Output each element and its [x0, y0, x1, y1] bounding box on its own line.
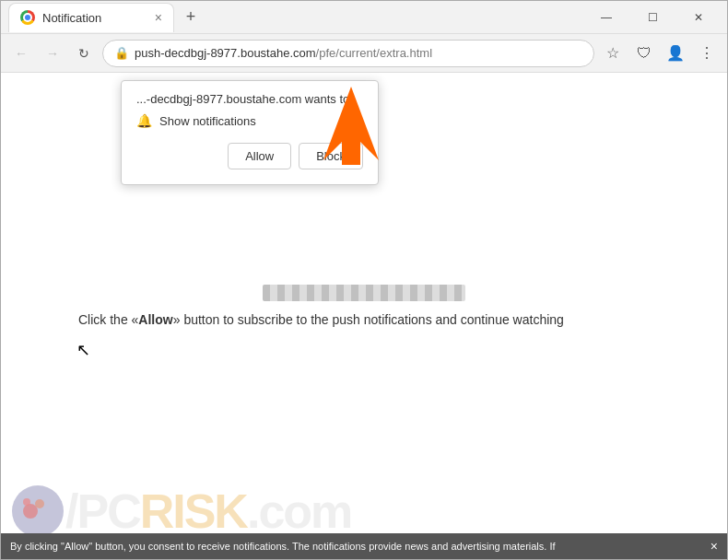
svg-marker-1	[323, 87, 379, 165]
title-bar: Notification × + — ☐ ✕	[1, 1, 727, 34]
lock-icon: 🔒	[114, 46, 129, 60]
tab-title: Notification	[42, 11, 101, 25]
maximize-button[interactable]: ☐	[631, 4, 674, 31]
bottom-bar-text: By clicking "Allow" button, you consent …	[10, 541, 556, 552]
tab-close-btn[interactable]: ×	[155, 10, 162, 25]
logo-pc-text: /PC	[65, 484, 140, 539]
active-tab[interactable]: Notification ×	[8, 3, 174, 32]
loading-bar	[263, 285, 465, 301]
menu-icon[interactable]: ⋮	[694, 41, 720, 66]
tab-favicon	[20, 10, 35, 25]
bottom-close-btn[interactable]: ×	[710, 539, 718, 554]
allow-button[interactable]: Allow	[228, 143, 291, 169]
notification-label: Show notifications	[159, 114, 256, 128]
bookmark-icon[interactable]: ☆	[600, 41, 626, 66]
close-button[interactable]: ✕	[677, 4, 720, 31]
reload-button[interactable]: ↻	[71, 41, 97, 66]
svg-point-3	[23, 504, 38, 519]
browser-window: Notification × + — ☐ ✕ ← → ↻ 🔒 push-decd…	[0, 0, 728, 560]
minimize-button[interactable]: —	[585, 4, 628, 31]
tab-strip: Notification × +	[8, 3, 585, 32]
mouse-cursor: ↖	[76, 340, 90, 360]
main-text-content: Click the «Allow» button to subscribe to…	[78, 312, 564, 327]
address-bar: ← → ↻ 🔒 push-decdbgj-8977.boustahe.com /…	[1, 34, 727, 73]
bell-icon: 🔔	[136, 113, 152, 128]
logo-risk-text: RISK	[140, 484, 247, 539]
url-bar[interactable]: 🔒 push-decdbgj-8977.boustahe.com /pfe/cu…	[102, 40, 594, 67]
main-text: Click the «Allow» button to subscribe to…	[78, 310, 672, 330]
forward-button[interactable]: →	[40, 41, 65, 66]
profile-icon[interactable]: 👤	[663, 41, 688, 66]
logo-circle-icon	[10, 484, 65, 539]
window-controls: — ☐ ✕	[585, 4, 720, 31]
back-button[interactable]: ←	[8, 41, 34, 66]
logo-com-text: .com	[247, 484, 351, 539]
url-path: /pfe/current/extra.html	[316, 46, 432, 60]
shield-icon[interactable]: 🛡	[631, 41, 657, 66]
url-domain: push-decdbgj-8977.boustahe.com	[135, 46, 316, 60]
bottom-notification-bar: By clicking "Allow" button, you consent …	[1, 533, 727, 559]
arrow-indicator	[305, 77, 397, 173]
svg-point-4	[35, 499, 44, 508]
svg-point-5	[23, 498, 30, 506]
new-tab-button[interactable]: +	[178, 5, 204, 30]
page-content: ...-decdbgj-8977.boustahe.com wants to 🔔…	[1, 73, 727, 559]
pc-risk-logo: /PC RISK .com	[10, 484, 351, 539]
